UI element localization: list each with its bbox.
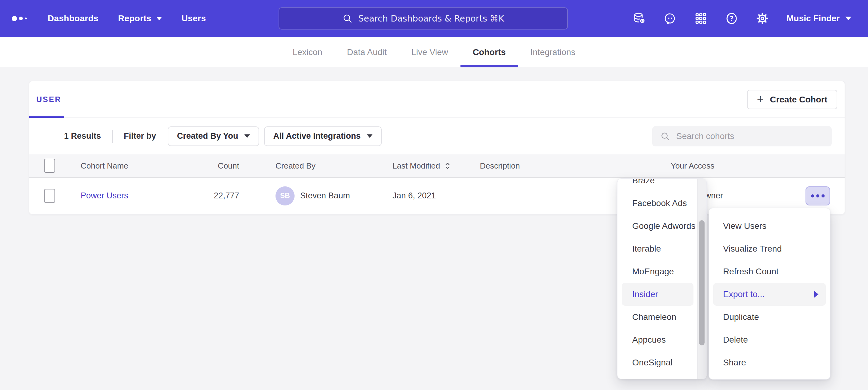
chevron-down-icon: [244, 134, 250, 138]
created-by-filter-dropdown[interactable]: Created By You: [168, 126, 259, 146]
nav-right: ? Music Finder: [632, 0, 868, 37]
menu-item-refresh-count[interactable]: Refresh Count: [709, 260, 830, 283]
column-created-by: Created By: [242, 161, 371, 171]
nav-item-dashboards[interactable]: Dashboards: [48, 13, 98, 23]
nav-links: Dashboards Reports Users: [48, 0, 206, 37]
menu-item-export-to[interactable]: Export to...: [713, 283, 826, 306]
tab-integrations[interactable]: Integrations: [518, 37, 588, 67]
menu-scrollbar-track[interactable]: [697, 179, 706, 379]
data-management-icon[interactable]: [632, 12, 646, 25]
cohorts-card: USER + Create Cohort 1 Results Filter by…: [29, 81, 845, 215]
column-count: Count: [202, 161, 242, 171]
avatar: SB: [276, 186, 294, 205]
column-last-modified[interactable]: Last Modified: [371, 161, 460, 171]
cohort-count: 22,777: [202, 191, 242, 200]
table-header-row: Cohort Name Count Created By Last Modifi…: [29, 154, 845, 178]
create-cohort-button[interactable]: + Create Cohort: [747, 90, 837, 109]
results-count: 1 Results: [64, 131, 101, 141]
row-overflow-menu-button[interactable]: [806, 186, 830, 205]
menu-item-iterable[interactable]: Iterable: [617, 237, 698, 260]
divider: [112, 130, 113, 143]
column-your-access: Your Access: [645, 161, 740, 171]
search-cohorts-input[interactable]: Search cohorts: [652, 126, 832, 147]
filter-by-label: Filter by: [124, 131, 156, 141]
select-all-checkbox[interactable]: [44, 159, 55, 173]
last-modified-cell: Jan 6, 2021: [371, 191, 460, 200]
feedback-icon[interactable]: [663, 12, 677, 25]
submenu-arrow-icon: [814, 291, 818, 298]
card-header: USER + Create Cohort: [29, 81, 845, 118]
menu-scrollbar-thumb[interactable]: [699, 220, 705, 346]
menu-item-insider[interactable]: Insider: [622, 283, 693, 306]
app-logo[interactable]: [12, 0, 27, 37]
help-icon[interactable]: ?: [725, 12, 738, 25]
menu-item-delete[interactable]: Delete: [709, 328, 830, 351]
project-switcher[interactable]: Music Finder: [786, 13, 851, 23]
menu-item-appcues[interactable]: Appcues: [617, 328, 698, 351]
global-search-input[interactable]: Search Dashboards & Reports ⌘K: [279, 7, 568, 30]
section-tabs: Lexicon Data Audit Live View Cohorts Int…: [0, 37, 868, 67]
search-icon: [660, 131, 670, 141]
menu-item-duplicate[interactable]: Duplicate: [709, 306, 830, 328]
menu-item-onesignal[interactable]: OneSignal: [617, 351, 698, 374]
sort-icon: [444, 162, 451, 170]
search-cohorts-placeholder: Search cohorts: [676, 131, 734, 141]
menu-item-moengage[interactable]: MoEngage: [617, 260, 698, 283]
active-tab-underline: [29, 116, 64, 118]
chevron-down-icon: [156, 17, 162, 20]
row-actions-menu: View Users Visualize Trend Refresh Count…: [709, 208, 831, 380]
tab-data-audit[interactable]: Data Audit: [335, 37, 399, 67]
project-name: Music Finder: [786, 13, 840, 23]
menu-item-braze[interactable]: Braze: [617, 178, 698, 192]
menu-item-view-users[interactable]: View Users: [709, 215, 830, 237]
chevron-down-icon: [845, 17, 851, 20]
column-cohort-name: Cohort Name: [66, 161, 202, 171]
top-nav: Dashboards Reports Users Search Dashboar…: [0, 0, 868, 37]
integrations-filter-dropdown[interactable]: All Active Integrations: [264, 126, 382, 146]
menu-item-facebook-ads[interactable]: Facebook Ads: [617, 192, 698, 215]
created-by-name: Steven Baum: [300, 191, 350, 200]
nav-item-users[interactable]: Users: [182, 13, 206, 23]
search-icon: [342, 13, 353, 24]
nav-item-reports[interactable]: Reports: [118, 13, 162, 23]
apps-grid-icon[interactable]: [694, 12, 708, 25]
tab-live-view[interactable]: Live View: [399, 37, 460, 67]
tab-cohorts[interactable]: Cohorts: [461, 37, 518, 67]
menu-item-share[interactable]: Share: [709, 351, 830, 374]
column-description: Description: [460, 161, 645, 171]
tab-user-cohorts[interactable]: USER: [36, 81, 61, 118]
menu-item-visualize-trend[interactable]: Visualize Trend: [709, 237, 830, 260]
menu-item-chameleon[interactable]: Chameleon: [617, 306, 698, 328]
cohort-name-link[interactable]: Power Users: [66, 191, 202, 200]
export-integrations-menu: Braze Facebook Ads Google Adwords Iterab…: [617, 178, 707, 379]
settings-icon[interactable]: [756, 12, 769, 25]
chevron-down-icon: [367, 134, 372, 138]
row-actions: [740, 186, 845, 205]
svg-text:?: ?: [730, 15, 734, 23]
filter-row: 1 Results Filter by Created By You All A…: [29, 118, 845, 154]
tab-lexicon[interactable]: Lexicon: [280, 37, 335, 67]
plus-icon: +: [757, 93, 764, 105]
created-by-cell: SB Steven Baum: [242, 186, 371, 205]
global-search-placeholder: Search Dashboards & Reports ⌘K: [358, 13, 504, 24]
menu-item-google-adwords[interactable]: Google Adwords: [617, 215, 698, 237]
row-checkbox[interactable]: [44, 189, 55, 203]
